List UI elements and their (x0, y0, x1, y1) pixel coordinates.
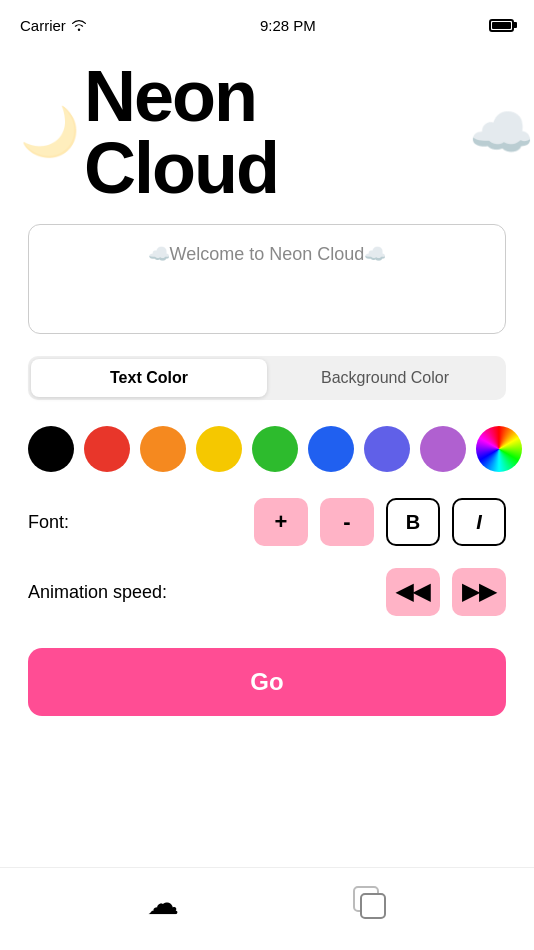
color-blue[interactable] (308, 426, 354, 472)
status-bar: Carrier 9:28 PM (0, 0, 534, 44)
color-black[interactable] (28, 426, 74, 472)
color-purple[interactable] (420, 426, 466, 472)
color-yellow[interactable] (196, 426, 242, 472)
font-increase-button[interactable]: + (254, 498, 308, 546)
battery-icon (489, 19, 514, 32)
go-button[interactable]: Go (28, 648, 506, 716)
cloud-title-icon: ☁️ (469, 102, 534, 163)
text-input[interactable]: ☁️Welcome to Neon Cloud☁️ (49, 243, 485, 313)
tab-switcher: Text Color Background Color (28, 356, 506, 400)
nav-cloud-icon[interactable]: ☁ (147, 884, 179, 922)
color-rainbow[interactable] (476, 426, 522, 472)
animation-label: Animation speed: (28, 582, 167, 603)
status-time: 9:28 PM (260, 17, 316, 34)
color-palette (28, 422, 506, 476)
app-title-area: 🌙 Neon Cloud ☁️ (0, 44, 534, 224)
font-controls: Font: + - B I (28, 498, 506, 546)
tab-background-color[interactable]: Background Color (267, 359, 503, 397)
bottom-nav: ☁ (0, 867, 534, 950)
font-decrease-button[interactable]: - (320, 498, 374, 546)
animation-controls: Animation speed: ◀◀ ▶▶ (28, 568, 506, 616)
moon-icon: 🌙 (20, 104, 80, 160)
animation-forward-button[interactable]: ▶▶ (452, 568, 506, 616)
color-green[interactable] (252, 426, 298, 472)
color-orange[interactable] (140, 426, 186, 472)
font-bold-button[interactable]: B (386, 498, 440, 546)
color-purple-blue[interactable] (364, 426, 410, 472)
wifi-icon (71, 19, 87, 31)
battery-fill (492, 22, 511, 29)
tab-text-color[interactable]: Text Color (31, 359, 267, 397)
font-label: Font: (28, 512, 88, 533)
nav-copy-icon[interactable] (353, 886, 387, 920)
animation-rewind-button[interactable]: ◀◀ (386, 568, 440, 616)
font-italic-button[interactable]: I (452, 498, 506, 546)
main-content: ☁️Welcome to Neon Cloud☁️ Text Color Bac… (0, 224, 534, 867)
app-title: Neon Cloud (84, 60, 465, 204)
color-red[interactable] (84, 426, 130, 472)
carrier-label: Carrier (20, 17, 87, 34)
text-input-box: ☁️Welcome to Neon Cloud☁️ (28, 224, 506, 334)
